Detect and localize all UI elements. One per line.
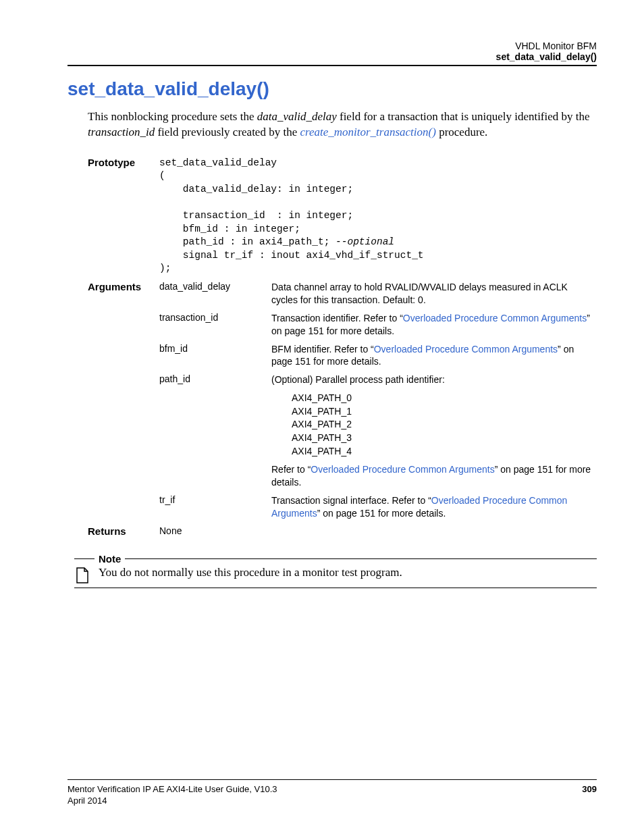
- code-line: set_data_valid_delay: [159, 157, 277, 168]
- intro-text: This nonblocking procedure sets the: [88, 110, 257, 123]
- intro-text: field for a transaction that is uniquely…: [337, 110, 590, 123]
- argument-row: bfm_id BFM identifier. Refer to “Overloa…: [88, 340, 597, 371]
- page: VHDL Monitor BFM set_data_valid_delay() …: [0, 0, 644, 834]
- definition-table: Prototype set_data_valid_delay ( data_va…: [88, 154, 597, 540]
- intro-text: procedure.: [436, 126, 487, 138]
- argument-description: Transaction identifier. Refer to “Overlo…: [271, 309, 597, 340]
- note-body: You do not normally use this procedure i…: [74, 565, 597, 588]
- returns-row: Returns None: [88, 523, 597, 540]
- intro-paragraph: This nonblocking procedure sets the data…: [88, 109, 597, 140]
- page-footer: Mentor Verification IP AE AXI4-Lite User…: [68, 779, 597, 807]
- note-label: Note: [95, 553, 125, 565]
- header-chapter: VHDL Monitor BFM: [68, 41, 597, 51]
- code-line: transaction_id : in integer;: [159, 210, 353, 221]
- overloaded-procedure-link[interactable]: Overloaded Procedure Common Arguments: [403, 313, 587, 323]
- argument-text: Refer to “: [271, 464, 311, 475]
- prototype-code: set_data_valid_delay ( data_valid_delay:…: [159, 157, 593, 276]
- footer-page-number: 309: [582, 784, 597, 807]
- argument-text: BFM identifier. Refer to “: [271, 344, 374, 355]
- footer-left: Mentor Verification IP AE AXI4-Lite User…: [68, 784, 277, 807]
- argument-text: (Optional) Parallel process path identif…: [271, 373, 593, 386]
- path-item: AXI4_PATH_4: [292, 445, 593, 459]
- page-header: VHDL Monitor BFM set_data_valid_delay(): [68, 41, 597, 66]
- overloaded-procedure-link[interactable]: Overloaded Procedure Common Arguments: [374, 344, 558, 355]
- code-line: bfm_id : in integer;: [159, 224, 300, 234]
- returns-value: None: [159, 523, 271, 540]
- note-block: Note You do not normally use this proced…: [74, 553, 597, 588]
- argument-text: Transaction signal interface. Refer to “: [271, 495, 431, 506]
- note-text: You do not normally use this procedure i…: [99, 566, 402, 579]
- argument-text: Refer to “Overloaded Procedure Common Ar…: [271, 463, 593, 489]
- argument-description: (Optional) Parallel process path identif…: [271, 371, 597, 492]
- argument-row: path_id (Optional) Parallel process path…: [88, 371, 597, 492]
- argument-text: Transaction identifier. Refer to “: [271, 313, 403, 323]
- code-line: signal tr_if : inout axi4_vhd_if_struct_…: [159, 250, 424, 261]
- returns-label: Returns: [88, 523, 159, 540]
- arguments-label: Arguments: [88, 278, 159, 309]
- code-comment: --optional: [336, 236, 394, 247]
- code-line: path_id : in axi4_path_t;: [159, 236, 336, 247]
- argument-name: data_valid_delay: [159, 278, 271, 309]
- document-icon: [76, 567, 90, 585]
- argument-row: transaction_id Transaction identifier. R…: [88, 309, 597, 340]
- path-item: AXI4_PATH_1: [292, 405, 593, 419]
- intro-field1: data_valid_delay: [257, 110, 337, 123]
- intro-text: field previously created by the: [155, 126, 300, 138]
- prototype-label: Prototype: [88, 154, 159, 278]
- code-line: data_valid_delay: in integer;: [159, 184, 353, 194]
- header-section: set_data_valid_delay(): [68, 51, 597, 62]
- argument-row: tr_if Transaction signal interface. Refe…: [88, 492, 597, 523]
- note-rule: [74, 558, 95, 559]
- code-line: );: [159, 263, 171, 273]
- argument-name: bfm_id: [159, 340, 271, 371]
- overloaded-procedure-link[interactable]: Overloaded Procedure Common Arguments: [311, 464, 494, 475]
- argument-row: Arguments data_valid_delay Data channel …: [88, 278, 597, 309]
- page-title: set_data_valid_delay(): [68, 78, 597, 100]
- argument-name: transaction_id: [159, 309, 271, 340]
- argument-description: Data channel array to hold RVALID/WVALID…: [271, 278, 597, 309]
- path-list: AXI4_PATH_0 AXI4_PATH_1 AXI4_PATH_2 AXI4…: [292, 392, 593, 458]
- argument-description: Transaction signal interface. Refer to “…: [271, 492, 597, 523]
- path-item: AXI4_PATH_3: [292, 432, 593, 445]
- footer-date: April 2014: [68, 796, 107, 806]
- code-line: (: [159, 170, 165, 181]
- footer-doc-title: Mentor Verification IP AE AXI4-Lite User…: [68, 784, 277, 794]
- path-item: AXI4_PATH_0: [292, 392, 593, 405]
- note-rule: [125, 558, 597, 559]
- argument-name: path_id: [159, 371, 271, 492]
- create-monitor-transaction-link[interactable]: create_monitor_transaction(): [300, 126, 435, 138]
- argument-description: BFM identifier. Refer to “Overloaded Pro…: [271, 340, 597, 371]
- intro-field2: transaction_id: [88, 126, 155, 138]
- prototype-row: Prototype set_data_valid_delay ( data_va…: [88, 154, 597, 278]
- note-header: Note: [74, 553, 597, 565]
- argument-text: ” on page 151 for more details.: [317, 508, 446, 519]
- argument-name: tr_if: [159, 492, 271, 523]
- path-item: AXI4_PATH_2: [292, 418, 593, 432]
